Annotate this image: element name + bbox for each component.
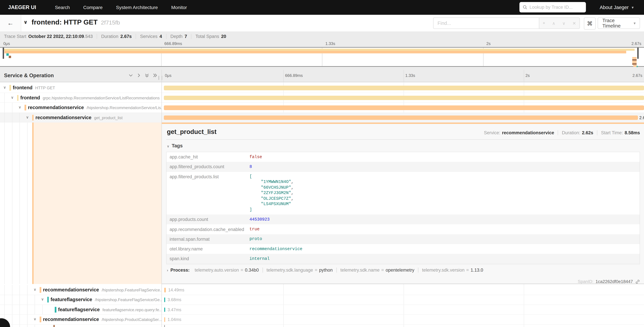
back-button[interactable]: ←	[0, 15, 21, 32]
span-row[interactable]: ∨frontendHTTP GET	[0, 83, 644, 93]
tag-value-json: ["1YMWWN1N4O","66VCHSJNUP","2ZYFJ3GM2N",…	[250, 172, 294, 214]
summary-value: 4	[160, 34, 162, 39]
span-duration-bar[interactable]	[164, 298, 165, 302]
operation-name: HTTP GET	[35, 86, 55, 90]
row-chevron-icon[interactable]: ∨	[10, 95, 14, 100]
operation-name: featureflagservice.repo.query:fe...	[102, 308, 162, 312]
nav-item-search[interactable]: Search	[55, 5, 70, 10]
tag-row[interactable]: app.recommendation.cache_enabledtrue	[166, 224, 640, 234]
span-id-row: SpanID: 1ca2262df0e18447	[578, 279, 640, 284]
span-row[interactable]: ∨featureflagservice/hipstershop.FeatureF…	[0, 295, 644, 305]
indent-guide	[20, 305, 20, 314]
clear-find-icon[interactable]: ✕	[572, 21, 576, 26]
nav-item-system-architecture[interactable]: System Architecture	[116, 5, 158, 10]
ruler-tick-label: 0μs	[165, 73, 172, 78]
trace-id-search-input[interactable]: Lookup by Trace ID...	[520, 2, 586, 12]
tags-section-toggle[interactable]: ∨Tags	[167, 143, 183, 148]
operation-name: /hipstershop.FeatureFlagService...	[102, 288, 162, 292]
tag-row[interactable]: app.filtered_products.list["1YMWWN1N4O",…	[166, 172, 640, 214]
process-key: telemetry.auto.version	[194, 268, 239, 272]
ruler-tick-label: 2s	[526, 73, 530, 78]
indent-guide	[4, 285, 5, 294]
service-color-bar	[47, 297, 49, 303]
span-tree-cell: ∨recommendationservice/hipstershop.Featu…	[0, 285, 162, 294]
link-icon[interactable]	[635, 279, 640, 284]
indent-guide	[12, 295, 12, 304]
span-duration-bar[interactable]	[164, 96, 644, 100]
process-expand-chevron-icon[interactable]: ›	[167, 268, 168, 272]
process-value: python	[319, 268, 332, 272]
focus-match-icon[interactable]: ⌖	[543, 20, 545, 26]
trace-collapse-chevron-icon[interactable]: ∨	[24, 19, 28, 25]
span-duration-bar[interactable]	[164, 317, 165, 322]
trace-view-selector[interactable]: Trace Timeline ▼	[598, 18, 640, 29]
minimap-drag-handle[interactable]	[3, 48, 4, 59]
nav-item-compare[interactable]: Compare	[83, 5, 102, 10]
service-name: recommendationservice/hipstershop.Recomm…	[28, 105, 162, 110]
minimap-tick-label: 2s	[486, 41, 490, 46]
trace-id-short: 2f715fb	[101, 20, 120, 26]
row-chevron-icon[interactable]: ∨	[25, 115, 30, 119]
row-chevron-icon[interactable]: ∨	[32, 317, 37, 321]
span-duration-bar[interactable]	[164, 308, 165, 312]
prev-match-icon[interactable]: ∧	[552, 21, 555, 26]
tag-row[interactable]: app.products.count44530923	[166, 214, 640, 224]
row-chevron-icon[interactable]: ∨	[2, 85, 7, 90]
minimap-span-mark	[6, 54, 9, 56]
span-tree-cell: ∨frontendgrpc.hipstershop.Recommendation…	[0, 93, 162, 102]
indent-guide	[27, 314, 27, 324]
expand-all-icon[interactable]	[152, 73, 158, 78]
indent-guide	[4, 122, 5, 284]
service-color-bar	[24, 105, 26, 110]
span-duration-bar[interactable]	[164, 115, 638, 120]
expand-one-icon[interactable]	[136, 73, 141, 78]
tag-value: false	[250, 154, 262, 159]
span-duration-bar[interactable]	[164, 288, 166, 292]
search-icon	[523, 5, 527, 10]
about-jaeger-menu[interactable]: About Jaeger ▼	[600, 0, 634, 15]
indent-guide	[4, 295, 5, 304]
indent-guide	[27, 295, 27, 304]
minimap-tick-label: 666.89ms	[164, 41, 182, 46]
span-row[interactable]: ∨recommendationserviceget_product_list2.…	[0, 113, 644, 122]
operation-name: get_product_list	[94, 115, 122, 120]
detail-meta-label: Service:	[484, 130, 500, 135]
minimap-tick-label: 2.67s	[632, 41, 641, 46]
tag-row[interactable]: otel.library.namerecommendationservice	[166, 244, 640, 254]
collapse-one-icon[interactable]	[128, 73, 133, 78]
tag-row[interactable]: internal.span.formatproto	[166, 234, 640, 244]
tag-row[interactable]: app.cache_hitfalse	[166, 152, 640, 162]
timeline-minimap[interactable]	[0, 47, 644, 67]
span-row[interactable]: ∨recommendationservice/hipstershop.Featu…	[0, 285, 644, 295]
span-duration-bar[interactable]	[164, 325, 165, 327]
span-duration-bar[interactable]	[164, 106, 644, 110]
tag-row[interactable]: app.filtered_products.count8	[166, 162, 640, 172]
span-duration-bar[interactable]	[164, 86, 644, 90]
service-color-bar	[53, 325, 55, 327]
tag-row[interactable]: span.kindinternal	[166, 254, 640, 264]
span-row[interactable]: featureflagservicefeatureflagservice.rep…	[0, 305, 644, 315]
row-chevron-icon[interactable]: ∨	[18, 105, 22, 110]
indent-guide	[12, 324, 12, 327]
next-match-icon[interactable]: ∨	[562, 21, 566, 26]
row-chevron-icon[interactable]: ∨	[40, 297, 45, 302]
find-controls: ⌖ ∧ ∨ ✕	[539, 18, 580, 29]
tree-timeline-splitter[interactable]	[162, 70, 162, 327]
span-row[interactable]: ∨frontendgrpc.hipstershop.Recommendation…	[0, 93, 644, 103]
span-row-partial[interactable]	[0, 324, 644, 327]
nav-item-monitor[interactable]: Monitor	[171, 5, 187, 10]
process-equals: =	[315, 268, 318, 272]
keyboard-shortcuts-button[interactable]: ⌘	[584, 18, 596, 30]
minimap-drag-handle[interactable]	[637, 48, 639, 59]
minimap-tick-label: 1.33s	[325, 41, 335, 46]
app-logo[interactable]: JAEGER UI	[8, 4, 36, 10]
span-row[interactable]: ∨recommendationservice/hipstershop.Recom…	[0, 103, 644, 113]
row-chevron-icon[interactable]: ∨	[32, 288, 37, 292]
span-duration-label: 1.04ms	[168, 317, 181, 322]
collapse-all-icon[interactable]	[144, 73, 150, 78]
find-input[interactable]: Find...	[433, 18, 539, 29]
json-string: "LS4PSXUNUM"	[261, 202, 291, 206]
minimap-span-mark	[632, 59, 636, 61]
minimap-tick-labels: 0μs666.89ms1.33s2s2.67s	[0, 41, 644, 47]
span-row[interactable]: ∨recommendationservice/hipstershop.Produ…	[0, 314, 644, 324]
